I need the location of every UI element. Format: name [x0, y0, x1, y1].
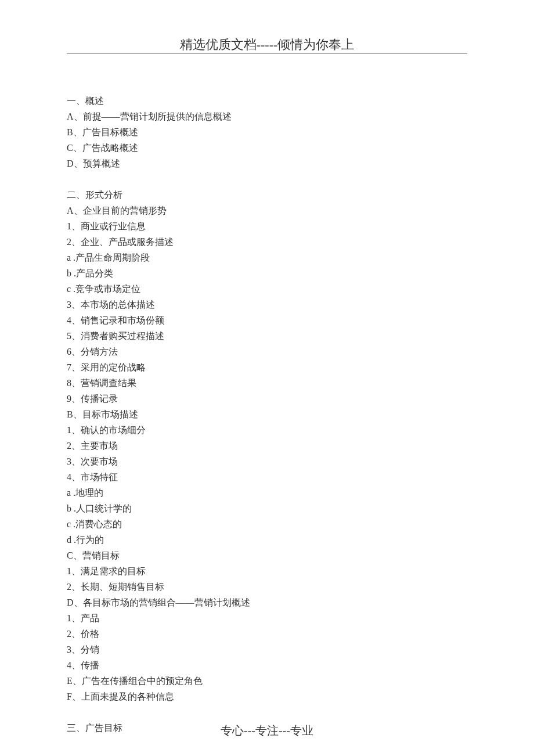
outline-item: 5、消费者购买过程描述 — [67, 328, 467, 344]
page-header: 精选优质文档-----倾情为你奉上 — [0, 36, 534, 53]
document-content: 一、概述 A、前提——营销计划所提供的信息概述 B、广告目标概述 C、广告战略概… — [67, 93, 467, 736]
section-title: 一、概述 — [67, 93, 467, 109]
outline-item: 8、营销调查结果 — [67, 375, 467, 391]
outline-item: C、营销目标 — [67, 548, 467, 563]
outline-item: b .产品分类 — [67, 265, 467, 281]
outline-item: 2、企业、产品或服务描述 — [67, 234, 467, 250]
outline-item: 7、采用的定价战略 — [67, 359, 467, 375]
outline-item: b .人口统计学的 — [67, 501, 467, 516]
outline-item: a .产品生命周期阶段 — [67, 250, 467, 265]
outline-item: 4、传播 — [67, 657, 467, 673]
outline-item: 1、确认的市场细分 — [67, 422, 467, 438]
outline-item: A、前提——营销计划所提供的信息概述 — [67, 109, 467, 124]
outline-item: 1、满足需求的目标 — [67, 563, 467, 579]
outline-item: 1、产品 — [67, 610, 467, 626]
page-footer: 专心---专注---专业 — [0, 723, 534, 739]
header-underline — [67, 53, 467, 54]
outline-item: d .行为的 — [67, 532, 467, 548]
outline-item: c .竞争或市场定位 — [67, 281, 467, 297]
outline-item: C、广告战略概述 — [67, 140, 467, 156]
section-gap — [67, 704, 467, 720]
outline-item: E、广告在传播组合中的预定角色 — [67, 673, 467, 689]
outline-item: 3、分销 — [67, 642, 467, 657]
outline-item: c .消费心态的 — [67, 516, 467, 532]
outline-item: 2、主要市场 — [67, 438, 467, 453]
outline-item: F、上面未提及的各种信息 — [67, 689, 467, 704]
outline-item: B、目标市场描述 — [67, 406, 467, 422]
outline-item: D、各目标市场的营销组合——营销计划概述 — [67, 595, 467, 610]
outline-item: 9、传播记录 — [67, 391, 467, 406]
outline-item: D、预算概述 — [67, 156, 467, 171]
outline-item: 1、商业或行业信息 — [67, 218, 467, 234]
outline-item: 4、市场特征 — [67, 469, 467, 485]
outline-item: 6、分销方法 — [67, 344, 467, 359]
outline-item: A、企业目前的营销形势 — [67, 203, 467, 218]
outline-item: B、广告目标概述 — [67, 124, 467, 140]
section-title: 二、形式分析 — [67, 187, 467, 203]
outline-item: 4、销售记录和市场份额 — [67, 312, 467, 328]
outline-item: 2、价格 — [67, 626, 467, 642]
outline-item: a .地理的 — [67, 485, 467, 501]
section-gap — [67, 171, 467, 187]
outline-item: 3、次要市场 — [67, 453, 467, 469]
outline-item: 3、本市场的总体描述 — [67, 297, 467, 312]
outline-item: 2、长期、短期销售目标 — [67, 579, 467, 595]
